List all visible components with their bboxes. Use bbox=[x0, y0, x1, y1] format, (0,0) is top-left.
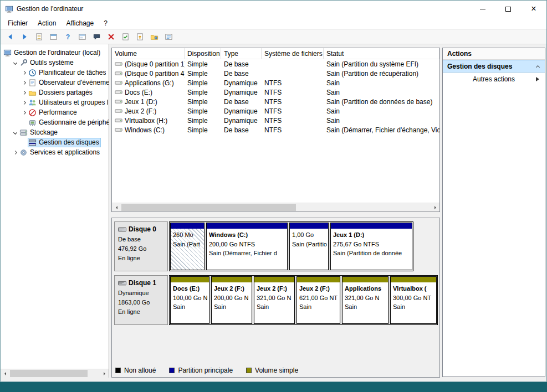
toolbar-console-window-button[interactable] bbox=[47, 30, 60, 43]
column-header-disposition[interactable]: Disposition bbox=[185, 48, 221, 59]
collapse-up-arrow-icon[interactable] bbox=[536, 66, 539, 69]
toolbar-check-document-button[interactable] bbox=[119, 30, 132, 43]
main-area: Gestion de l'ordinateur (local)Outils sy… bbox=[1, 44, 546, 381]
tree-expander[interactable] bbox=[21, 89, 28, 96]
menu-action[interactable]: Action bbox=[33, 18, 61, 28]
menu-affichage[interactable]: Affichage bbox=[61, 18, 99, 28]
toolbar-properties-window-button[interactable] bbox=[75, 30, 89, 43]
legend-swatch bbox=[169, 368, 175, 373]
toolbar-forward-button[interactable] bbox=[18, 30, 32, 43]
disk-info[interactable]: Disque 0De base476,92 GoEn ligne bbox=[114, 221, 168, 271]
tree-item-label: Gestion des disques bbox=[39, 138, 99, 146]
scroll-left-button[interactable] bbox=[112, 203, 121, 212]
tree-expander bbox=[21, 119, 28, 126]
tree-item-outils-systeme[interactable]: Outils système bbox=[1, 58, 109, 68]
toolbar-folder-options-button[interactable] bbox=[147, 30, 161, 43]
partition-block[interactable]: 260 MoSain (Part bbox=[170, 223, 205, 270]
scroll-right-button[interactable] bbox=[100, 369, 109, 378]
toolbar-export-list-button[interactable] bbox=[32, 30, 46, 43]
column-header-statut[interactable]: Statut bbox=[324, 48, 439, 59]
tree-item-observateur-d-eveneme[interactable]: Observateur d'événeme bbox=[1, 78, 109, 87]
tree-item-utilisateurs-et-groupes-l[interactable]: Utilisateurs et groupes l bbox=[1, 97, 109, 107]
partition-block[interactable]: Windows (C:)200,00 Go NTFSSain (Démarrer… bbox=[206, 223, 288, 270]
column-header-volume[interactable]: Volume bbox=[112, 48, 185, 59]
menu-help[interactable]: ? bbox=[99, 18, 113, 28]
tree-item-dossiers-partages[interactable]: Dossiers partagés bbox=[1, 87, 109, 97]
toolbar-delete-button[interactable] bbox=[104, 30, 118, 43]
disk-info[interactable]: Disque 1Dynamique1863,00 GoEn ligne bbox=[114, 275, 168, 325]
disk-row-disque-1: Disque 1Dynamique1863,00 GoEn ligneDocs … bbox=[114, 275, 439, 325]
volume-row-jeux-1-d[interactable]: Jeux 1 (D:)SimpleDe baseNTFSSain (Partit… bbox=[112, 97, 439, 106]
tree-expander[interactable] bbox=[12, 59, 19, 66]
tree-expander[interactable] bbox=[21, 109, 28, 116]
scroll-left-button[interactable] bbox=[1, 369, 9, 378]
events-icon bbox=[28, 79, 37, 87]
disk-partition-stripe: 260 MoSain (PartWindows (C:)200,00 Go NT… bbox=[169, 221, 413, 271]
tree-expander[interactable] bbox=[12, 129, 19, 136]
disk-kind: De base bbox=[118, 235, 164, 244]
menu-fichier[interactable]: Fichier bbox=[3, 18, 33, 28]
legend-item-partition-principale: Partition principale bbox=[169, 367, 233, 374]
volume-row-jeux-2-f[interactable]: Jeux 2 (F:)SimpleDynamiqueNTFSSain bbox=[112, 106, 439, 116]
toolbar-balloon-button[interactable] bbox=[90, 30, 104, 43]
computer-icon bbox=[3, 49, 12, 57]
disk-name: Disque 0 bbox=[129, 224, 156, 235]
tree-item-gestionnaire-de-periphe[interactable]: Gestionnaire de périphé bbox=[1, 117, 109, 127]
partition-block[interactable]: Jeux 2 (F:)200,00 Go NSain bbox=[211, 276, 252, 324]
users-icon bbox=[28, 99, 37, 107]
minimize-button[interactable] bbox=[470, 1, 495, 17]
expand-right-arrow-icon[interactable] bbox=[536, 77, 541, 81]
volume-row-docs-e[interactable]: Docs (E:)SimpleDynamiqueNTFSSain bbox=[112, 87, 439, 97]
partition-block[interactable]: VIrtualbox (300,00 Go NTSain bbox=[390, 276, 437, 324]
disk-status: En ligne bbox=[118, 307, 164, 317]
toolbar-back-button[interactable] bbox=[3, 30, 17, 43]
tree-item-performance[interactable]: Performance bbox=[1, 107, 109, 117]
action-autres-actions[interactable]: Autres actions bbox=[443, 73, 545, 85]
tree-item-planificateur-de-taches[interactable]: Planificateur de tâches bbox=[1, 68, 109, 78]
column-header-systeme-de-fichiers[interactable]: Système de fichiers bbox=[262, 48, 324, 59]
volume-filesystem: NTFS bbox=[262, 98, 324, 106]
volume-row-applications-g[interactable]: Applications (G:)SimpleDynamiqueNTFSSain bbox=[112, 78, 439, 87]
action-gestion-des-disques[interactable]: Gestion des disques bbox=[443, 60, 545, 73]
partition-block[interactable]: Applications321,00 Go NSain bbox=[342, 276, 388, 324]
tree-item-gestion-des-disques[interactable]: Gestion des disques bbox=[1, 137, 109, 147]
partition-block[interactable]: Jeux 2 (F:)621,00 Go NTSain bbox=[296, 276, 340, 324]
partition-block[interactable]: Docs (E:)100,00 Go NSain bbox=[170, 276, 209, 324]
tree-item-stockage[interactable]: Stockage bbox=[1, 127, 109, 137]
tree-expander[interactable] bbox=[12, 149, 19, 156]
scroll-right-icon bbox=[434, 206, 438, 209]
tree-expander[interactable] bbox=[21, 69, 28, 76]
partition-color-band bbox=[297, 277, 340, 282]
volume-row-windows-c[interactable]: Windows (C:)SimpleDe baseNTFSSain (Démar… bbox=[112, 125, 439, 135]
scrollbar-thumb[interactable] bbox=[10, 370, 88, 377]
tree-expander[interactable] bbox=[21, 79, 28, 86]
volume-status: Sain (Partition de données de base) bbox=[324, 98, 439, 106]
volume-horizontal-scrollbar[interactable] bbox=[112, 203, 439, 212]
folder-options-icon bbox=[150, 33, 159, 41]
toolbar-import-document-button[interactable] bbox=[133, 30, 147, 43]
tree-item-services-et-applications[interactable]: Services et applications bbox=[1, 147, 109, 157]
volume-status: Sain (Partition du système EFI) bbox=[324, 60, 439, 68]
partition-block[interactable]: Jeux 1 (D:)275,67 Go NTFSSain (Partition… bbox=[330, 223, 412, 270]
tree-expander[interactable] bbox=[21, 99, 28, 106]
volume-row-disque-0-partition-1[interactable]: (Disque 0 partition 1)SimpleDe baseSain … bbox=[112, 59, 439, 69]
column-header-type[interactable]: Type bbox=[221, 48, 262, 59]
volume-status: Sain bbox=[324, 89, 439, 96]
actions-header: Actions bbox=[443, 48, 545, 60]
scrollbar-thumb[interactable] bbox=[121, 204, 296, 211]
scroll-right-button[interactable] bbox=[431, 203, 439, 212]
toolbar-details-view-button[interactable] bbox=[162, 30, 176, 43]
toolbar-help-button[interactable]: ? bbox=[61, 30, 75, 43]
volume-type: Dynamique bbox=[221, 79, 262, 87]
maximize-button[interactable] bbox=[495, 1, 521, 17]
volume-row-disque-0-partition-4[interactable]: (Disque 0 partition 4)SimpleDe baseSain … bbox=[112, 69, 439, 78]
partition-block[interactable]: 1,00 GoSain (Partitio bbox=[289, 223, 329, 270]
tree-item-gestion-de-l-ordinateur-local[interactable]: Gestion de l'ordinateur (local) bbox=[1, 48, 109, 58]
action-label: Autres actions bbox=[473, 75, 515, 83]
close-button[interactable]: × bbox=[521, 1, 546, 17]
partition-block[interactable]: Jeux 2 (F:)321,00 Go NSain bbox=[254, 276, 295, 324]
partition-color-band bbox=[207, 223, 287, 229]
tree-horizontal-scrollbar[interactable] bbox=[1, 369, 109, 378]
volume-row-virtualbox-h[interactable]: VIrtualbox (H:)SimpleDynamiqueNTFSSain bbox=[112, 116, 439, 125]
collapse-chevron-icon bbox=[13, 60, 17, 64]
